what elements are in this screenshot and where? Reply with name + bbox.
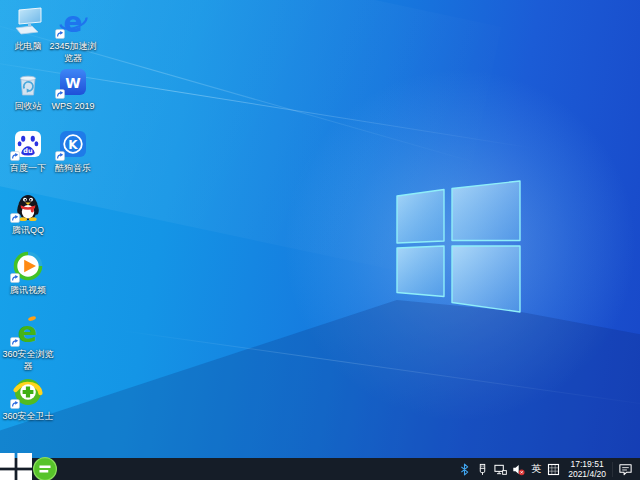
system-tray: 英 17:19:51 2021/4/20 [456, 458, 640, 480]
desktop-icon-360-browser[interactable]: e 360安全浏览器 [1, 314, 55, 372]
shortcut-arrow-badge [10, 337, 20, 347]
taskbar-360-browser-button[interactable] [32, 458, 58, 480]
ime-grid-icon[interactable] [545, 458, 562, 480]
start-button[interactable] [0, 458, 32, 480]
clock-date: 2021/4/20 [568, 469, 606, 479]
light-ray [120, 330, 640, 409]
shortcut-arrow-badge [10, 151, 20, 161]
desktop-icon-label: 腾讯QQ [1, 224, 55, 236]
svg-text:e: e [64, 6, 83, 38]
taskbar-empty-area[interactable] [58, 458, 456, 480]
desktop-icon-label: 腾讯视频 [1, 284, 55, 296]
volume-muted-icon[interactable] [510, 458, 527, 480]
shortcut-arrow-badge [10, 213, 20, 223]
monitor-icon [12, 6, 44, 38]
shortcut-arrow-badge [55, 151, 65, 161]
desktop-icon-label: 酷狗音乐 [46, 162, 100, 174]
recycle-bin-icon [12, 66, 44, 98]
svg-text:W: W [65, 75, 80, 91]
shortcut-arrow-badge [55, 29, 65, 39]
clock-time: 17:19:51 [568, 459, 606, 469]
bluetooth-icon[interactable] [456, 458, 473, 480]
desktop-icon-2345-browser[interactable]: e 2345加速浏览器 [46, 6, 100, 64]
notification-bubble-icon [618, 462, 633, 477]
shortcut-arrow-badge [10, 273, 20, 283]
shortcut-arrow-badge [55, 89, 65, 99]
network-ethernet-icon[interactable] [492, 458, 509, 480]
desktop-icon-360-safeguard[interactable]: 360安全卫士 [1, 376, 55, 422]
windows-logo [385, 175, 530, 320]
desktop-wallpaper[interactable]: 此电脑 e 2345加速浏览器 回收站 [0, 0, 640, 458]
desktop-icon-label: WPS 2019 [46, 100, 100, 112]
desktop-icon-label: 360安全卫士 [1, 410, 55, 422]
desktop-icon-kugou-music[interactable]: K 酷狗音乐 [46, 128, 100, 174]
green-circle-e-icon [32, 456, 58, 480]
shortcut-arrow-badge [10, 399, 20, 409]
desktop-icon-tencent-video[interactable]: 腾讯视频 [1, 250, 55, 296]
desktop-icon-label: 360安全浏览器 [1, 348, 55, 372]
taskbar: 英 17:19:51 2021/4/20 [0, 458, 640, 480]
usb-device-icon[interactable] [474, 458, 491, 480]
action-center-button[interactable] [612, 462, 638, 477]
desktop-icon-wps-2019[interactable]: W WPS 2019 [46, 66, 100, 112]
svg-text:K: K [68, 138, 78, 152]
svg-text:du: du [23, 147, 33, 155]
desktop-icon-tencent-qq[interactable]: 腾讯QQ [1, 190, 55, 236]
windows-start-icon [0, 453, 32, 480]
desktop-icon-label: 2345加速浏览器 [46, 40, 100, 64]
ime-language-indicator[interactable]: 英 [528, 462, 544, 476]
windows-10-desktop: 此电脑 e 2345加速浏览器 回收站 [0, 0, 640, 480]
taskbar-clock[interactable]: 17:19:51 2021/4/20 [563, 459, 611, 479]
